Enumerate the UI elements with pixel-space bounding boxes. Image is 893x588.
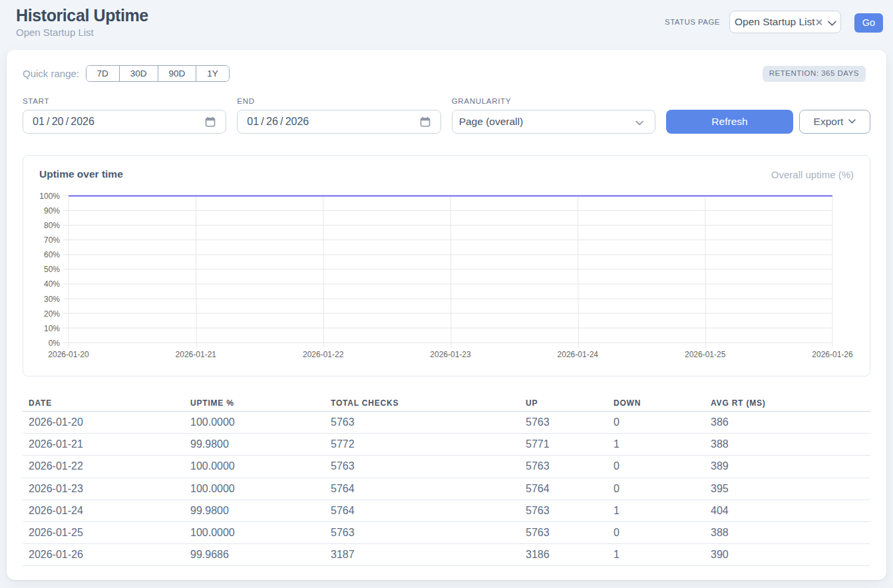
svg-text:2026-01-20: 2026-01-20 [48, 350, 89, 359]
svg-text:20%: 20% [44, 309, 60, 319]
svg-text:100%: 100% [39, 192, 60, 201]
svg-text:2026-01-25: 2026-01-25 [685, 350, 726, 359]
svg-text:90%: 90% [44, 206, 60, 216]
svg-text:2026-01-21: 2026-01-21 [176, 350, 217, 359]
svg-text:40%: 40% [44, 279, 60, 289]
svg-text:2026-01-22: 2026-01-22 [303, 350, 344, 359]
svg-text:60%: 60% [44, 250, 60, 259]
svg-text:10%: 10% [44, 324, 60, 333]
svg-text:30%: 30% [44, 295, 60, 304]
svg-text:2026-01-24: 2026-01-24 [558, 350, 599, 359]
svg-text:2026-01-26: 2026-01-26 [812, 350, 853, 359]
svg-text:70%: 70% [44, 235, 60, 245]
svg-text:2026-01-23: 2026-01-23 [430, 350, 471, 359]
svg-text:0%: 0% [49, 339, 61, 348]
svg-text:50%: 50% [44, 265, 60, 274]
svg-text:80%: 80% [44, 221, 60, 230]
